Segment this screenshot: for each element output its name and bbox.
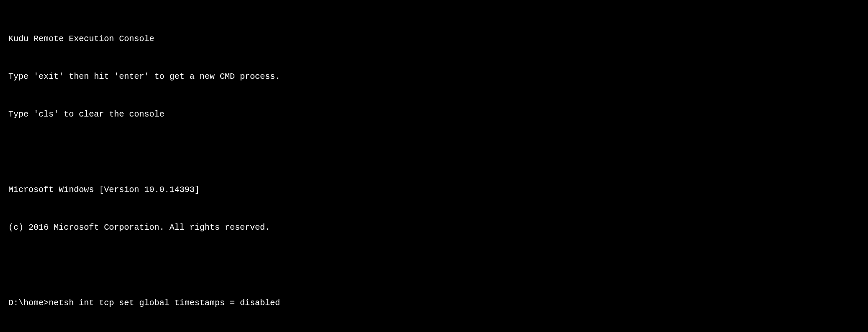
blank-line	[8, 259, 860, 272]
console-title: Kudu Remote Execution Console	[8, 33, 860, 45]
os-copyright: (c) 2016 Microsoft Corporation. All righ…	[8, 221, 860, 234]
command-history-line: D:\home>netsh int tcp set global timesta…	[8, 297, 860, 309]
entered-command: netsh int tcp set global timestamps = di…	[49, 298, 280, 308]
console-hint-cls: Type 'cls' to clear the console	[8, 108, 860, 121]
prompt-text: D:\home>	[8, 298, 49, 308]
console-hint-exit: Type 'exit' then hit 'enter' to get a ne…	[8, 70, 860, 83]
blank-line	[8, 146, 860, 158]
os-version: Microsoft Windows [Version 10.0.14393]	[8, 184, 860, 196]
terminal-console[interactable]: Kudu Remote Execution Console Type 'exit…	[8, 8, 860, 332]
